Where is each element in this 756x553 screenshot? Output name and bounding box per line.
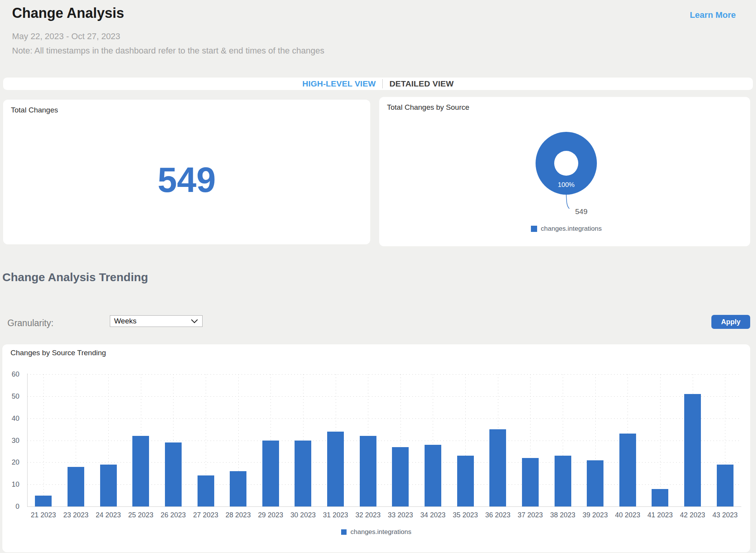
y-tick-label: 0 <box>2 503 19 511</box>
bar-26-2023[interactable] <box>165 442 182 506</box>
x-tick-label: 21 2023 <box>27 511 60 519</box>
page-title: Change Analysis <box>12 5 124 21</box>
learn-more-link[interactable]: Learn More <box>690 10 736 20</box>
granularity-selected-value: Weeks <box>114 317 191 325</box>
y-tick-label: 40 <box>2 415 19 423</box>
x-tick-label: 25 2023 <box>125 511 157 519</box>
granularity-select[interactable]: Weeks <box>110 315 203 327</box>
bar-32-2023[interactable] <box>360 436 376 506</box>
bar-36-2023[interactable] <box>489 429 506 506</box>
x-tick-label: 32 2023 <box>352 511 384 519</box>
total-changes-card: Total Changes 549 <box>3 100 370 244</box>
bar-31-2023[interactable] <box>327 432 344 506</box>
chevron-down-icon <box>191 318 198 324</box>
gridline-h <box>27 374 741 375</box>
tab-divider <box>382 79 383 88</box>
bar-legend-label[interactable]: changes.integrations <box>350 528 411 536</box>
donut-hole <box>554 151 578 176</box>
bar-39-2023[interactable] <box>587 460 603 506</box>
donut-callout-value: 549 <box>575 207 588 216</box>
tab-high-level-view[interactable]: HIGH-LEVEL VIEW <box>302 79 376 88</box>
x-tick-label: 23 2023 <box>60 511 92 519</box>
bar-chart: 010203040506021 202323 202324 202325 202… <box>2 344 750 552</box>
x-tick-label: 29 2023 <box>254 511 287 519</box>
x-tick-label: 27 2023 <box>189 511 222 519</box>
bar-41-2023[interactable] <box>652 489 668 506</box>
x-axis-line <box>27 506 741 507</box>
view-tabs: HIGH-LEVEL VIEW DETAILED VIEW <box>3 78 753 90</box>
y-tick-label: 30 <box>2 437 19 445</box>
y-tick-label: 50 <box>2 392 19 401</box>
bar-42-2023[interactable] <box>684 394 701 506</box>
bar-21-2023[interactable] <box>35 496 52 506</box>
donut-callout-line <box>564 194 576 210</box>
bar-legend-swatch <box>341 529 347 535</box>
gridline-h <box>27 396 741 397</box>
x-tick-label: 42 2023 <box>676 511 709 519</box>
bar-34-2023[interactable] <box>425 445 441 506</box>
timestamps-note: Note: All timestamps in the dashboard re… <box>12 46 324 56</box>
tab-detailed-view[interactable]: DETAILED VIEW <box>389 79 454 88</box>
total-changes-by-source-title: Total Changes by Source <box>387 103 469 112</box>
bar-chart-legend: changes.integrations <box>2 528 750 536</box>
changes-by-source-trending-card: Changes by Source Trending 0102030405060… <box>2 344 750 552</box>
bar-28-2023[interactable] <box>230 471 246 506</box>
x-tick-label: 41 2023 <box>644 511 676 519</box>
x-tick-label: 28 2023 <box>222 511 255 519</box>
bar-35-2023[interactable] <box>457 456 474 506</box>
y-tick-label: 20 <box>2 458 19 467</box>
x-tick-label: 39 2023 <box>579 511 612 519</box>
apply-button[interactable]: Apply <box>711 315 750 329</box>
donut-legend-swatch <box>531 226 537 232</box>
x-tick-label: 43 2023 <box>709 511 741 519</box>
x-tick-label: 34 2023 <box>417 511 449 519</box>
bar-43-2023[interactable] <box>717 465 733 506</box>
bar-25-2023[interactable] <box>132 436 149 506</box>
total-changes-by-source-card: Total Changes by Source 100% 549 changes… <box>379 97 750 246</box>
gridline-v <box>660 374 661 506</box>
x-tick-label: 33 2023 <box>384 511 417 519</box>
bar-23-2023[interactable] <box>68 467 84 506</box>
change-analysis-dashboard: Change Analysis Learn More May 22, 2023 … <box>0 0 756 553</box>
bar-24-2023[interactable] <box>100 465 117 506</box>
x-tick-label: 35 2023 <box>449 511 482 519</box>
bar-37-2023[interactable] <box>522 458 539 506</box>
x-tick-label: 37 2023 <box>514 511 547 519</box>
x-tick-label: 36 2023 <box>482 511 514 519</box>
y-tick-label: 10 <box>2 480 19 489</box>
donut-slice-percent: 100% <box>547 181 586 189</box>
total-changes-value: 549 <box>3 160 370 200</box>
x-tick-label: 26 2023 <box>157 511 190 519</box>
bar-30-2023[interactable] <box>295 441 311 507</box>
gridline-v <box>43 374 44 506</box>
x-tick-label: 40 2023 <box>611 511 644 519</box>
bar-40-2023[interactable] <box>619 434 636 506</box>
x-tick-label: 24 2023 <box>92 511 125 519</box>
total-changes-title: Total Changes <box>11 106 58 114</box>
donut-legend: changes.integrations <box>382 225 750 233</box>
granularity-label: Granularity: <box>7 318 54 328</box>
y-tick-label: 60 <box>2 370 19 378</box>
bar-38-2023[interactable] <box>555 456 571 506</box>
gridline-h <box>27 418 741 419</box>
bar-33-2023[interactable] <box>392 447 409 506</box>
date-range: May 22, 2023 - Oct 27, 2023 <box>12 31 120 41</box>
trending-section-heading: Change Analysis Trending <box>2 271 148 284</box>
x-tick-label: 38 2023 <box>546 511 579 519</box>
donut-legend-label[interactable]: changes.integrations <box>541 225 602 233</box>
y-axis-line <box>27 373 28 506</box>
bar-29-2023[interactable] <box>262 441 279 507</box>
bar-27-2023[interactable] <box>198 475 214 506</box>
x-tick-label: 30 2023 <box>287 511 319 519</box>
x-tick-label: 31 2023 <box>319 511 352 519</box>
